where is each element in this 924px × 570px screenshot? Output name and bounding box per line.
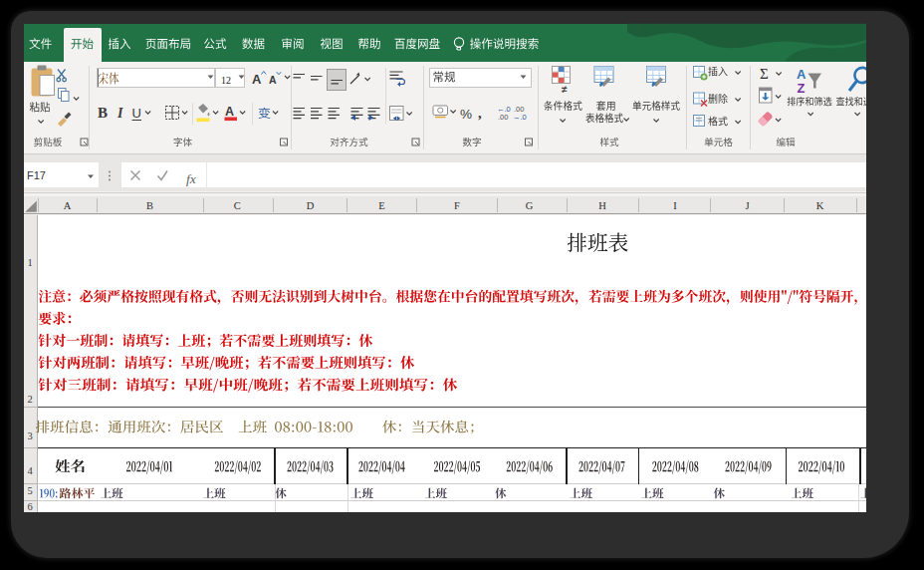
svg-text:.00: .00 [498, 113, 508, 122]
svg-text:A: A [269, 74, 277, 86]
svg-text:≠: ≠ [562, 84, 568, 95]
svg-text:Z: Z [798, 81, 806, 96]
svg-text:fx: fx [186, 171, 196, 186]
svg-text:Σ: Σ [760, 66, 769, 82]
svg-text:A: A [225, 105, 234, 119]
svg-text:,: , [478, 105, 482, 121]
svg-text:A: A [252, 72, 262, 87]
svg-text:A: A [797, 67, 807, 82]
svg-text:U: U [132, 106, 141, 121]
svg-text:I: I [116, 106, 123, 121]
svg-text:%: % [460, 107, 472, 122]
svg-text:B: B [98, 105, 108, 121]
svg-text:→.0: →.0 [513, 113, 527, 122]
